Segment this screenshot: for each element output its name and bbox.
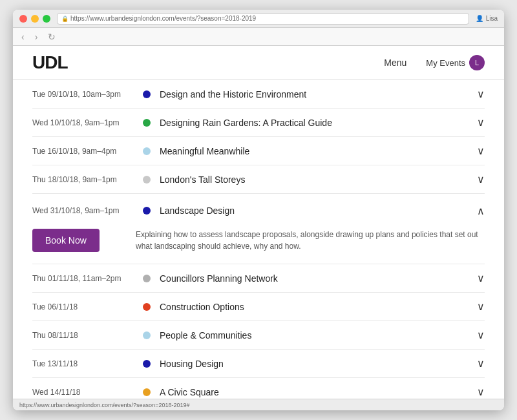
book-now-button[interactable]: Book Now xyxy=(32,229,100,252)
event-row[interactable]: Wed 31/10/18, 9am–1pm Landscape Design ∧ xyxy=(32,194,485,222)
event-title: London's Tall Storeys xyxy=(154,174,470,185)
event-dot xyxy=(143,119,151,127)
event-title: Meaningful Meanwhile xyxy=(154,146,470,156)
event-row[interactable]: Wed 10/10/18, 9am–1pm Designing Rain Gar… xyxy=(32,109,485,137)
chevron-up-icon: ∧ xyxy=(477,205,485,217)
site-logo[interactable]: UDL xyxy=(32,52,384,73)
event-expanded-section: Book Now Explaining how to assess landsc… xyxy=(32,222,485,264)
event-title: People & Communities xyxy=(154,330,470,341)
minimize-button[interactable] xyxy=(31,15,39,23)
chevron-down-icon: ∨ xyxy=(477,145,485,157)
events-container[interactable]: Tue 09/10/18, 10am–3pm Design and the Hi… xyxy=(13,80,504,399)
event-date: Thu 08/11/18 xyxy=(32,331,139,340)
event-dot-wrap xyxy=(139,331,154,339)
event-dot-wrap xyxy=(139,388,154,396)
event-row[interactable]: Tue 09/10/18, 10am–3pm Design and the Hi… xyxy=(32,80,485,109)
event-dot xyxy=(143,360,151,368)
chevron-down-icon: ∨ xyxy=(477,272,485,284)
event-date: Tue 09/10/18, 10am–3pm xyxy=(32,90,139,99)
event-dot xyxy=(143,147,151,155)
event-date: Wed 31/10/18, 9am–1pm xyxy=(32,206,139,215)
chevron-down-icon: ∨ xyxy=(477,116,485,129)
event-date: Thu 18/10/18, 9am–1pm xyxy=(32,175,139,184)
status-url: https://www.urbandesignlondon.com/events… xyxy=(19,402,189,408)
event-dot-wrap xyxy=(139,275,154,282)
chevron-down-icon: ∨ xyxy=(477,88,485,100)
event-dot-wrap xyxy=(139,147,154,155)
chevron-down-icon: ∨ xyxy=(477,386,485,398)
book-now-section[interactable]: Book Now xyxy=(32,229,116,252)
user-name: Lisa xyxy=(486,15,498,22)
browser-window: 🔒 https://www.urbandesignlondon.com/even… xyxy=(13,10,504,410)
event-dot-wrap xyxy=(139,119,154,127)
avatar-initial: L xyxy=(475,59,479,67)
address-bar[interactable]: 🔒 https://www.urbandesignlondon.com/even… xyxy=(57,13,469,25)
chevron-down-icon: ∨ xyxy=(477,357,485,370)
event-date: Tue 16/10/18, 9am–4pm xyxy=(32,147,139,156)
event-description: Explaining how to assess landscape propo… xyxy=(116,229,485,252)
avatar: L xyxy=(469,55,485,70)
event-dot xyxy=(143,388,151,396)
event-dot-wrap xyxy=(139,360,154,368)
event-row[interactable]: Tue 13/11/18 Housing Design ∨ xyxy=(32,350,485,378)
event-row[interactable]: Tue 06/11/18 Construction Options ∨ xyxy=(32,293,485,321)
back-button[interactable]: ‹ xyxy=(19,32,26,42)
event-date: Thu 01/11/18, 11am–2pm xyxy=(32,274,139,283)
event-date: Wed 10/10/18, 9am–1pm xyxy=(32,118,139,127)
event-title: Design and the Historic Environment xyxy=(154,89,470,100)
menu-link[interactable]: Menu xyxy=(384,58,406,68)
title-bar: 🔒 https://www.urbandesignlondon.com/even… xyxy=(13,10,504,28)
nav-bar: ‹ › ↻ xyxy=(13,28,504,46)
site-header: UDL Menu My Events L xyxy=(13,46,504,80)
event-title: Housing Design xyxy=(154,359,470,369)
url-text: https://www.urbandesignlondon.com/events… xyxy=(70,15,256,22)
event-date: Tue 06/11/18 xyxy=(32,302,139,311)
event-row[interactable]: Tue 16/10/18, 9am–4pm Meaningful Meanwhi… xyxy=(32,137,485,165)
event-dot xyxy=(143,207,151,215)
refresh-button[interactable]: ↻ xyxy=(46,32,58,42)
event-row[interactable]: Thu 08/11/18 People & Communities ∨ xyxy=(32,321,485,350)
close-button[interactable] xyxy=(19,15,27,23)
event-title: Construction Options xyxy=(154,302,470,312)
event-dot xyxy=(143,90,151,98)
my-events-label: My Events xyxy=(426,58,465,68)
forward-button[interactable]: › xyxy=(33,32,40,42)
event-row[interactable]: Thu 01/11/18, 11am–2pm Councillors Plann… xyxy=(32,264,485,293)
my-events-button[interactable]: My Events L xyxy=(426,55,485,70)
status-bar: https://www.urbandesignlondon.com/events… xyxy=(13,399,504,410)
user-icon: 👤 xyxy=(476,15,483,22)
user-badge: 👤 Lisa xyxy=(476,15,498,22)
event-dot xyxy=(143,303,151,311)
maximize-button[interactable] xyxy=(43,15,50,23)
event-date: Tue 13/11/18 xyxy=(32,359,139,368)
traffic-lights xyxy=(19,15,50,23)
chevron-down-icon: ∨ xyxy=(477,173,485,185)
secure-icon: 🔒 xyxy=(61,16,69,22)
event-dot xyxy=(143,331,151,339)
event-title: Designing Rain Gardens: A Practical Guid… xyxy=(154,118,470,128)
event-title: A Civic Square xyxy=(154,387,470,397)
event-row[interactable]: Thu 18/10/18, 9am–1pm London's Tall Stor… xyxy=(32,165,485,194)
event-dot-wrap xyxy=(139,176,154,184)
event-dot-wrap xyxy=(139,207,154,215)
event-dot-wrap xyxy=(139,90,154,98)
chevron-down-icon: ∨ xyxy=(477,329,485,341)
event-dot-wrap xyxy=(139,303,154,311)
event-title: Councillors Planning Network xyxy=(154,273,470,284)
event-dot xyxy=(143,176,151,184)
chevron-down-icon: ∨ xyxy=(477,300,485,313)
event-date: Wed 14/11/18 xyxy=(32,388,139,397)
event-row[interactable]: Wed 14/11/18 A Civic Square ∨ xyxy=(32,378,485,399)
event-title: Landscape Design xyxy=(154,205,470,216)
event-dot xyxy=(143,275,151,282)
